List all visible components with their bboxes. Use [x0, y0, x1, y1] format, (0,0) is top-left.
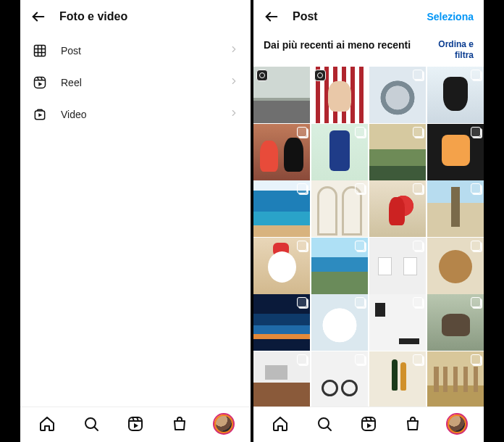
post-grid	[253, 67, 484, 406]
grid-icon	[32, 43, 48, 58]
post-thumbnail[interactable]	[311, 294, 368, 351]
svg-rect-6	[35, 78, 46, 88]
search-icon[interactable]	[82, 414, 101, 433]
multi-icon	[297, 183, 307, 193]
home-icon[interactable]	[271, 414, 290, 433]
sort-filter-link[interactable]: Ordina e filtra	[438, 39, 474, 61]
select-action[interactable]: Seleziona	[427, 11, 474, 22]
post-thumbnail[interactable]	[253, 180, 310, 237]
post-thumbnail[interactable]	[311, 180, 368, 237]
multi-icon	[471, 183, 481, 193]
post-thumbnail[interactable]	[311, 351, 368, 407]
multi-icon	[355, 297, 365, 307]
post-thumbnail[interactable]	[311, 124, 368, 180]
multi-icon	[471, 127, 481, 137]
multi-icon	[355, 241, 365, 251]
reels-icon[interactable]	[359, 414, 378, 433]
chevron-right-icon	[229, 108, 239, 121]
reel-icon	[32, 75, 48, 90]
multi-icon	[297, 297, 307, 307]
row-label: Reel	[61, 77, 216, 88]
page-title: Post	[293, 10, 413, 23]
multi-icon	[471, 241, 481, 251]
row-video[interactable]: Video	[20, 99, 251, 130]
multi-icon	[297, 241, 307, 251]
post-thumbnail[interactable]	[369, 238, 426, 294]
svg-marker-30	[367, 423, 371, 428]
row-label: Video	[61, 109, 216, 120]
post-thumbnail[interactable]	[369, 180, 426, 237]
post-thumbnail[interactable]	[253, 124, 310, 180]
post-thumbnail[interactable]	[427, 238, 484, 294]
post-thumbnail[interactable]	[253, 294, 310, 351]
svg-rect-1	[35, 46, 46, 57]
post-thumbnail[interactable]	[369, 124, 426, 180]
post-thumbnail[interactable]	[427, 124, 484, 180]
bottom-nav	[20, 406, 251, 442]
search-icon[interactable]	[315, 414, 334, 433]
svg-rect-18	[129, 417, 142, 430]
post-thumbnail[interactable]	[311, 238, 368, 294]
svg-rect-26	[362, 417, 375, 430]
row-post[interactable]: Post	[20, 35, 251, 67]
multi-icon	[355, 127, 365, 137]
post-thumbnail[interactable]	[427, 67, 484, 123]
chevron-right-icon	[229, 76, 239, 89]
multi-icon	[471, 297, 481, 307]
svg-line-17	[94, 427, 98, 430]
profile-avatar[interactable]	[448, 414, 466, 433]
category-list: Post Reel Video	[20, 32, 251, 133]
header: Post Seleziona	[253, 0, 484, 32]
video-icon	[32, 107, 48, 122]
svg-marker-10	[38, 82, 42, 86]
multi-icon	[413, 127, 423, 137]
screen-foto-e-video: Foto e video Post Reel Video	[20, 0, 251, 442]
post-thumbnail[interactable]	[427, 294, 484, 351]
multi-icon	[413, 297, 423, 307]
subheader: Dai più recenti ai meno recenti Ordina e…	[253, 32, 484, 67]
back-icon[interactable]	[264, 9, 280, 25]
post-thumbnail[interactable]	[369, 294, 426, 351]
row-reel[interactable]: Reel	[20, 67, 251, 99]
reels-icon[interactable]	[126, 414, 145, 433]
shop-icon[interactable]	[170, 414, 189, 433]
multi-icon	[413, 183, 423, 193]
chevron-right-icon	[229, 44, 239, 57]
post-thumbnail[interactable]	[253, 67, 310, 123]
post-thumbnail[interactable]	[311, 67, 368, 123]
svg-marker-22	[134, 423, 138, 428]
multi-icon	[413, 241, 423, 251]
multi-icon	[413, 354, 423, 364]
sort-description: Dai più recenti ai meno recenti	[264, 39, 431, 52]
post-thumbnail[interactable]	[253, 238, 310, 294]
screen-post-grid: Post Seleziona Dai più recenti ai meno r…	[253, 0, 484, 442]
multi-icon	[297, 127, 307, 137]
post-thumbnail[interactable]	[253, 351, 310, 407]
svg-line-25	[327, 427, 331, 430]
shop-icon[interactable]	[403, 414, 422, 433]
svg-marker-12	[38, 113, 42, 117]
post-thumbnail[interactable]	[369, 67, 426, 123]
multi-icon	[355, 183, 365, 193]
camera-icon	[314, 70, 326, 81]
row-label: Post	[61, 45, 216, 57]
post-thumbnail[interactable]	[369, 351, 426, 407]
header: Foto e video	[20, 0, 251, 32]
profile-avatar[interactable]	[214, 414, 233, 433]
home-icon[interactable]	[38, 414, 56, 433]
multi-icon	[297, 354, 307, 364]
camera-icon	[256, 70, 268, 81]
multi-icon	[355, 354, 365, 364]
multi-icon	[413, 70, 423, 80]
post-thumbnail[interactable]	[427, 351, 484, 407]
multi-icon	[471, 354, 481, 364]
multi-icon	[471, 70, 481, 80]
post-thumbnail[interactable]	[427, 180, 484, 237]
page-title: Foto e video	[59, 10, 240, 23]
back-icon[interactable]	[30, 9, 46, 25]
bottom-nav	[253, 406, 484, 442]
